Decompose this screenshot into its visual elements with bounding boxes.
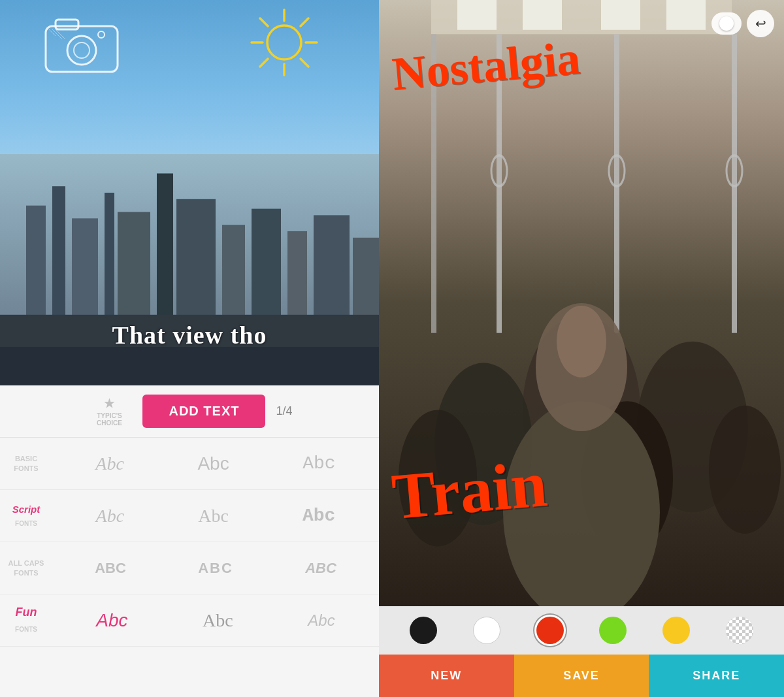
toggle-dot [719, 16, 734, 31]
font-sample-basic-2[interactable]: Abc [197, 453, 229, 474]
color-black[interactable] [410, 617, 437, 644]
color-white[interactable] [473, 617, 500, 644]
train-text: Train [389, 446, 549, 534]
page-indicator: 1/4 [276, 404, 292, 418]
color-palette [379, 606, 784, 655]
svg-line-5 [49, 29, 56, 36]
font-category-basic: BASICFONTS Abc Abc Abc [0, 438, 379, 490]
fun-font-samples: Abc Abc Abc [52, 605, 379, 636]
sun-sticker [248, 7, 320, 78]
share-button[interactable]: SHARE [649, 655, 784, 697]
font-sample-script-3[interactable]: Abc [302, 506, 335, 526]
add-text-button[interactable]: ADD TEXT [142, 395, 265, 428]
toggle-switch[interactable] [711, 12, 742, 35]
typics-label2: CHOICE [97, 419, 122, 427]
star-icon: ★ [104, 397, 114, 411]
add-text-bar: ★ TYPIC'S CHOICE ADD TEXT 1/4 [0, 385, 379, 438]
typics-label: TYPIC'S [97, 412, 122, 419]
left-panel: That view tho ★ TYPIC'S CHOICE ADD TEXT … [0, 0, 379, 697]
svg-line-12 [260, 18, 268, 26]
svg-rect-37 [666, 0, 706, 30]
script-fonts-label: ScriptFONTS [0, 498, 52, 534]
font-sample-caps-3[interactable]: Abc [305, 560, 336, 577]
svg-rect-1 [56, 20, 78, 29]
font-sample-caps-1[interactable]: Abc [95, 560, 126, 577]
right-panel: ↩ Nostalgia Train NEW SAVE SHARE [379, 0, 784, 697]
font-sample-fun-3[interactable]: Abc [308, 611, 335, 630]
controls-area: ★ TYPIC'S CHOICE ADD TEXT 1/4 BASICFONTS… [0, 385, 379, 697]
script-font-samples: Abc Abc Abc [52, 500, 379, 532]
font-sample-caps-2[interactable]: ABC [198, 560, 233, 577]
svg-point-16 [267, 25, 301, 59]
allcaps-fonts-label: ALL CAPSFONTS [0, 553, 52, 583]
top-controls: ↩ [711, 10, 774, 37]
svg-line-14 [301, 18, 308, 26]
font-sample-basic-1[interactable]: Abc [95, 453, 124, 474]
svg-rect-34 [457, 0, 497, 30]
action-buttons: NEW SAVE SHARE [379, 655, 784, 697]
font-sample-fun-1[interactable]: Abc [96, 610, 127, 631]
font-category-script: ScriptFONTS Abc Abc Abc [0, 490, 379, 542]
undo-button[interactable]: ↩ [747, 10, 774, 37]
color-red[interactable] [536, 617, 564, 644]
left-photo: That view tho [0, 0, 379, 385]
svg-point-4 [98, 31, 105, 38]
font-category-fun: FunFONTS Abc Abc Abc [0, 594, 379, 647]
camera-sticker [39, 10, 124, 75]
svg-rect-39 [614, 34, 619, 332]
typics-choice: ★ TYPIC'S CHOICE [86, 397, 132, 427]
basic-font-samples: Abc Abc Abc [52, 448, 379, 479]
svg-rect-40 [732, 34, 737, 332]
font-sample-basic-3[interactable]: Abc [302, 453, 335, 474]
subway-photo: ↩ Nostalgia Train [379, 0, 784, 606]
save-button[interactable]: SAVE [514, 655, 649, 697]
color-yellow[interactable] [662, 617, 690, 644]
font-sample-script-2[interactable]: Abc [198, 506, 229, 527]
svg-point-49 [709, 406, 781, 534]
svg-line-13 [301, 59, 308, 67]
color-green[interactable] [599, 617, 627, 644]
svg-point-53 [557, 306, 606, 378]
skyline [0, 154, 379, 385]
color-checker[interactable] [726, 617, 753, 644]
allcaps-font-samples: Abc ABC Abc [52, 555, 379, 582]
font-list: BASICFONTS Abc Abc Abc ScriptFONTS Abc A… [0, 438, 379, 697]
svg-point-3 [74, 42, 90, 58]
right-photo-area: ↩ Nostalgia Train [379, 0, 784, 606]
photo-caption: That view tho [0, 321, 379, 349]
svg-point-2 [67, 36, 96, 65]
svg-rect-31 [0, 347, 379, 385]
svg-line-15 [260, 59, 268, 67]
font-sample-fun-2[interactable]: Abc [203, 610, 233, 631]
basic-fonts-label: BASICFONTS [0, 449, 52, 478]
svg-rect-35 [523, 0, 562, 30]
svg-rect-36 [601, 0, 640, 30]
fun-fonts-label: FunFONTS [0, 600, 52, 641]
new-button[interactable]: NEW [379, 655, 514, 697]
font-category-allcaps: ALL CAPSFONTS Abc ABC Abc [0, 542, 379, 594]
font-sample-script-1[interactable]: Abc [96, 506, 125, 527]
